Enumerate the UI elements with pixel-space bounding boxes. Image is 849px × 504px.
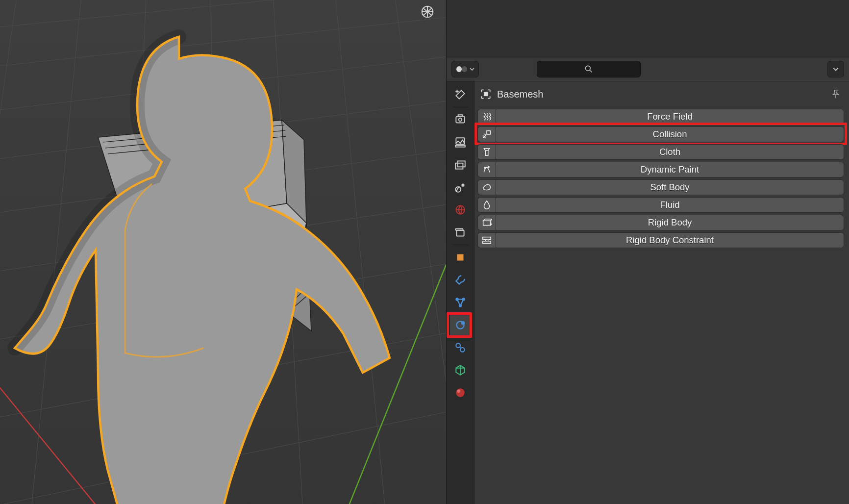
svg-point-56 [457, 390, 461, 393]
cloth-icon [477, 144, 496, 160]
properties-search-input[interactable] [537, 61, 641, 77]
svg-rect-41 [458, 161, 465, 167]
tab-particles[interactable] [450, 291, 471, 314]
object-type-icon [479, 88, 492, 101]
editor-type-dropdown[interactable] [451, 61, 479, 77]
dynamicpaint-button-label: Dynamic Paint [496, 162, 844, 177]
physics-add-cloth[interactable]: Cloth [477, 144, 844, 160]
search-icon [584, 64, 594, 74]
options-dropdown[interactable] [827, 61, 844, 77]
svg-rect-39 [455, 146, 465, 147]
tab-tool[interactable] [450, 83, 471, 106]
rigidbody-button-label: Rigid Body [496, 215, 844, 230]
tab-scene[interactable] [450, 176, 471, 199]
collision-button-label: Collision [496, 126, 844, 142]
svg-rect-62 [483, 237, 491, 240]
tab-modifiers[interactable] [450, 269, 471, 291]
svg-rect-61 [483, 221, 491, 225]
properties-tab-rail [447, 81, 474, 504]
collision-icon [477, 126, 496, 142]
physics-add-forcefield[interactable]: Force Field [477, 109, 844, 125]
fluid-icon [477, 197, 496, 213]
rigidbodyconstraint-button-label: Rigid Body Constraint [496, 232, 844, 248]
svg-point-52 [462, 322, 464, 324]
svg-point-60 [488, 166, 489, 168]
tab-material[interactable] [450, 381, 471, 404]
panel-header-spacer [447, 0, 849, 57]
svg-point-55 [456, 388, 464, 397]
forcefield-button-label: Force Field [496, 109, 844, 125]
dynamicpaint-icon [477, 162, 496, 177]
physics-add-rigidbody[interactable]: Rigid Body [477, 215, 844, 230]
tab-viewlayer[interactable] [450, 153, 471, 176]
svg-point-59 [484, 167, 486, 169]
physics-panel: Basemesh Force Field [474, 81, 849, 504]
svg-rect-58 [487, 131, 490, 134]
tab-collection[interactable] [450, 221, 471, 244]
tab-world[interactable] [450, 199, 471, 221]
svg-rect-37 [458, 115, 463, 116]
physics-add-rigidbodyconstraint[interactable]: Rigid Body Constraint [477, 232, 844, 248]
softbody-icon [477, 179, 496, 195]
svg-rect-47 [457, 254, 464, 261]
tab-output[interactable] [450, 131, 471, 153]
rigidbodyconstraint-icon [477, 232, 496, 248]
physics-add-softbody[interactable]: Soft Body [477, 179, 844, 195]
svg-rect-35 [456, 117, 464, 123]
fluid-button-label: Fluid [496, 197, 844, 213]
softbody-button-label: Soft Body [496, 179, 844, 195]
physics-add-fluid[interactable]: Fluid [477, 197, 844, 213]
svg-point-43 [462, 184, 464, 186]
svg-rect-63 [483, 241, 491, 244]
physics-add-dynamicpaint[interactable]: Dynamic Paint [477, 162, 844, 177]
properties-search-row [447, 57, 849, 81]
svg-rect-57 [484, 93, 488, 96]
tab-constraints[interactable] [450, 336, 471, 359]
object-name: Basemesh [497, 89, 544, 100]
physics-type-list: Force Field Collision [477, 109, 844, 248]
svg-line-34 [590, 71, 592, 73]
svg-point-54 [460, 348, 465, 352]
tab-object[interactable] [450, 246, 471, 269]
tab-render[interactable] [450, 108, 471, 131]
cloth-button-label: Cloth [496, 144, 844, 160]
pin-icon[interactable] [830, 89, 841, 100]
wireframe-toggle-icon[interactable] [419, 3, 436, 21]
physics-add-collision[interactable]: Collision [477, 126, 844, 142]
svg-rect-46 [455, 228, 463, 230]
viewport-3d[interactable] [0, 0, 446, 504]
svg-rect-31 [456, 66, 462, 72]
viewport-scene [0, 0, 446, 504]
svg-point-36 [459, 118, 462, 122]
rigidbody-icon [477, 215, 496, 230]
svg-rect-45 [456, 230, 464, 236]
svg-point-53 [456, 343, 460, 348]
object-header: Basemesh [477, 84, 844, 109]
svg-rect-32 [462, 66, 467, 72]
tab-physics[interactable] [450, 314, 471, 336]
svg-rect-40 [455, 163, 463, 169]
tab-data[interactable] [450, 359, 471, 381]
forcefield-icon [477, 109, 496, 125]
svg-point-33 [585, 66, 590, 71]
